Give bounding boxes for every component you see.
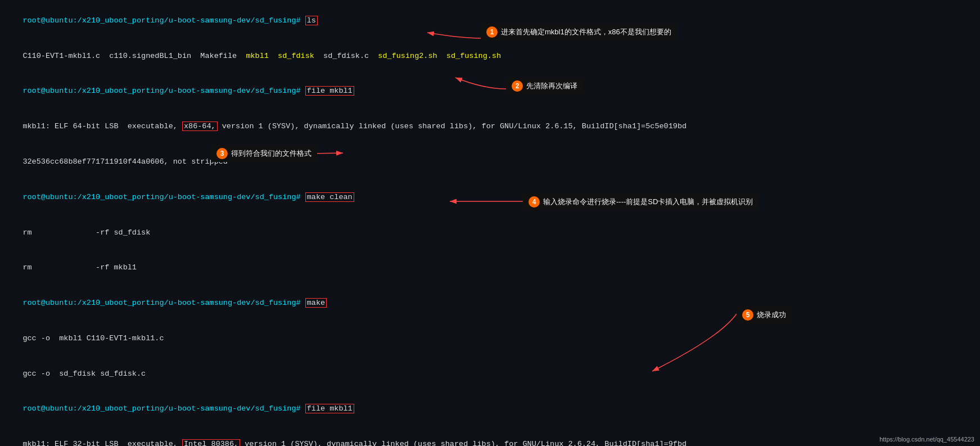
url-credit: https://blog.csdn.net/qq_45544223 (879, 436, 974, 443)
bubble-2: 2 (512, 80, 523, 92)
terminal-line-5: 32e536cc68b8ef771711910f44a0606, not str… (4, 145, 976, 180)
terminal-line-4: mkbl1: ELF 64-bit LSB executable, x86-64… (4, 109, 976, 145)
terminal-line-10: gcc -o mkbl1 C110-EVT1-mkbl1.c (4, 321, 976, 357)
terminal-line-7: rm -rf sd_fdisk (4, 215, 976, 251)
annotation-2: 2 先清除再次编译 (506, 78, 583, 94)
bubble-4: 4 (529, 196, 540, 208)
bubble-5: 5 (742, 309, 753, 321)
bubble-3: 3 (216, 148, 228, 159)
terminal-line-13: mkbl1: ELF 32-bit LSB executable, Intel … (4, 427, 976, 446)
terminal-line-3: root@ubuntu:/x210_uboot_porting/u-boot-s… (4, 74, 976, 110)
annotation-3: 3 得到符合我们的文件格式 (211, 145, 317, 162)
annotation-4: 4 输入烧录命令进行烧录----前提是SD卡插入电脑，并被虚拟机识别 (523, 193, 758, 210)
terminal-line-6: root@ubuntu:/x210_uboot_porting/u-boot-s… (4, 180, 976, 215)
terminal-line-11: gcc -o sd_fdisk sd_fdisk.c (4, 357, 976, 392)
terminal: root@ubuntu:/x210_uboot_porting/u-boot-s… (0, 0, 980, 446)
terminal-line-9: root@ubuntu:/x210_uboot_porting/u-boot-s… (4, 286, 976, 321)
terminal-line-2: C110-EVT1-mkbl1.c c110.signedBL1_bin Mak… (4, 39, 976, 74)
bubble-1: 1 (486, 26, 498, 38)
terminal-line-12: root@ubuntu:/x210_uboot_porting/u-boot-s… (4, 391, 976, 427)
annotation-1: 1 进来首先确定mkbl1的文件格式，x86不是我们想要的 (481, 24, 677, 40)
annotation-5: 5 烧录成功 (737, 307, 792, 323)
terminal-line-8: rm -rf mkbl1 (4, 250, 976, 286)
